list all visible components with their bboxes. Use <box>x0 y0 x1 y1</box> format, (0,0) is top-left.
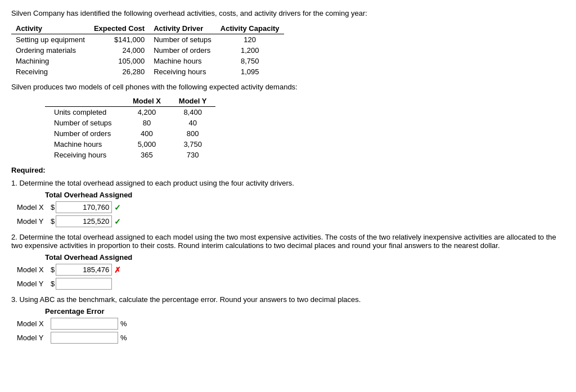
demand-modelx-val: 80 <box>124 118 170 128</box>
q3-modely-label: Model Y <box>17 334 51 342</box>
overhead-col-activity: Activity <box>11 23 89 34</box>
question2-row-modelx: Model X $ ✗ <box>17 264 565 276</box>
question2-row-modely: Model Y $ <box>17 278 565 290</box>
demand-table: Model X Model Y Units completed 4,200 8,… <box>45 96 215 160</box>
demand-modelx-val: 365 <box>124 150 170 160</box>
q1-modelx-label: Model X <box>17 203 51 211</box>
q1-modelx-input[interactable] <box>56 201 112 213</box>
demand-label: Number of setups <box>45 118 124 128</box>
overhead-activity: Setting up equipment <box>11 34 89 46</box>
overhead-col-capacity: Activity Capacity <box>216 23 284 34</box>
demand-table-row: Receiving hours 365 730 <box>45 150 215 160</box>
demand-modely-val: 800 <box>170 128 216 139</box>
demand-label: Number of orders <box>45 128 124 139</box>
demand-table-row: Number of setups 80 40 <box>45 118 215 128</box>
overhead-capacity: 1,200 <box>216 45 284 56</box>
demand-modely-val: 3,750 <box>170 139 216 150</box>
demand-modely-val: 730 <box>170 150 216 160</box>
q1-modely-label: Model Y <box>17 217 51 226</box>
demand-modelx-val: 400 <box>124 128 170 139</box>
question2-header: Total Overhead Assigned <box>45 253 132 262</box>
overhead-activity: Receiving <box>11 66 89 77</box>
question3-header: Percentage Error <box>45 307 105 316</box>
demand-label: Receiving hours <box>45 150 124 160</box>
q1-modely-input[interactable] <box>56 215 112 227</box>
overhead-table-row: Setting up equipment $141,000 Number of … <box>11 34 284 46</box>
demand-modely-val: 40 <box>170 118 216 128</box>
demand-modely-val: 8,400 <box>170 107 216 118</box>
demand-table-row: Number of orders 400 800 <box>45 128 215 139</box>
required-label: Required: <box>11 166 565 174</box>
overhead-table-row: Ordering materials 24,000 Number of orde… <box>11 45 284 56</box>
q3-modelx-label: Model X <box>17 319 51 328</box>
q2-modelx-dollar: $ <box>51 265 55 274</box>
q3-modely-percent: % <box>120 334 127 342</box>
overhead-activity: Machining <box>11 56 89 66</box>
q2-modely-dollar: $ <box>51 280 55 288</box>
question3-text: 3. Using ABC as the benchmark, calculate… <box>11 295 565 304</box>
overhead-activity: Ordering materials <box>11 45 89 56</box>
overhead-capacity: 8,750 <box>216 56 284 66</box>
demand-label: Machine hours <box>45 139 124 150</box>
overhead-capacity: 1,095 <box>216 66 284 77</box>
overhead-table: Activity Expected Cost Activity Driver A… <box>11 23 284 77</box>
demand-intro-text: Silven produces two models of cell phone… <box>11 83 565 91</box>
demand-label: Units completed <box>45 107 124 118</box>
question1-header: Total Overhead Assigned <box>45 191 132 199</box>
q2-modely-label: Model Y <box>17 280 51 288</box>
q2-modelx-input[interactable] <box>56 264 112 276</box>
overhead-col-cost: Expected Cost <box>89 23 149 34</box>
demand-table-row: Units completed 4,200 8,400 <box>45 107 215 118</box>
question2-section: Total Overhead Assigned Model X $ ✗ Mode… <box>11 253 565 290</box>
overhead-cost: 105,000 <box>89 56 149 66</box>
q1-modelx-check-icon: ✓ <box>114 203 121 212</box>
overhead-cost: $141,000 <box>89 34 149 46</box>
overhead-driver: Number of orders <box>149 45 216 56</box>
question2-text: 2. Determine the total overhead assigned… <box>11 233 565 250</box>
question1-section: Total Overhead Assigned Model X $ ✓ Mode… <box>11 191 565 227</box>
question1-text: 1. Determine the total overhead assigned… <box>11 179 565 187</box>
question1-row-modely: Model Y $ ✓ <box>17 215 565 227</box>
intro-text: Silven Company has identified the follow… <box>11 9 565 17</box>
demand-col-blank <box>45 96 124 107</box>
q2-modely-input[interactable] <box>56 278 112 290</box>
demand-col-modelx: Model X <box>124 96 170 107</box>
overhead-cost: 24,000 <box>89 45 149 56</box>
overhead-driver: Receiving hours <box>149 66 216 77</box>
question3-row-modelx: Model X % <box>17 318 565 330</box>
demand-modelx-val: 4,200 <box>124 107 170 118</box>
demand-col-modely: Model Y <box>170 96 216 107</box>
q3-modelx-input[interactable] <box>51 318 118 330</box>
question3-section: Percentage Error Model X % Model Y % <box>11 307 565 344</box>
q1-modely-dollar: $ <box>51 217 55 226</box>
demand-table-row: Machine hours 5,000 3,750 <box>45 139 215 150</box>
overhead-capacity: 120 <box>216 34 284 46</box>
demand-modelx-val: 5,000 <box>124 139 170 150</box>
question1-row-modelx: Model X $ ✓ <box>17 201 565 213</box>
overhead-table-row: Receiving 26,280 Receiving hours 1,095 <box>11 66 284 77</box>
q1-modelx-dollar: $ <box>51 203 55 211</box>
q2-modelx-label: Model X <box>17 265 51 274</box>
overhead-driver: Machine hours <box>149 56 216 66</box>
overhead-driver: Number of setups <box>149 34 216 46</box>
question3-row-modely: Model Y % <box>17 332 565 344</box>
q3-modely-input[interactable] <box>51 332 118 344</box>
overhead-col-driver: Activity Driver <box>149 23 216 34</box>
overhead-table-row: Machining 105,000 Machine hours 8,750 <box>11 56 284 66</box>
q1-modely-check-icon: ✓ <box>114 217 121 226</box>
q3-modelx-percent: % <box>120 319 127 328</box>
overhead-cost: 26,280 <box>89 66 149 77</box>
q2-modelx-cross-icon: ✗ <box>114 265 121 274</box>
